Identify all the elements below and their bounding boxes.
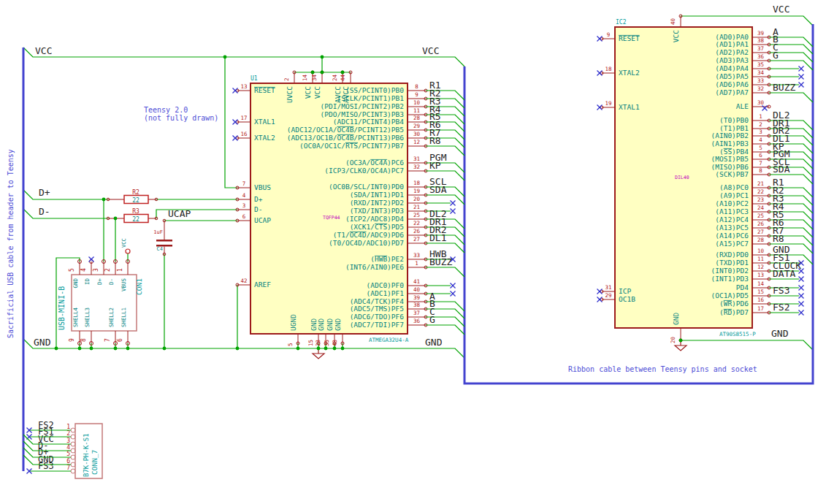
pin-name: ALE — [736, 102, 749, 110]
net-label[interactable]: VCC — [422, 45, 439, 56]
con1-value: USB-MINI-B — [58, 286, 66, 330]
pin-number: 3 — [242, 202, 246, 209]
pin-number: 37 — [757, 45, 764, 52]
resistor-r2[interactable]: R222 — [107, 189, 158, 204]
pin-number: 36 — [413, 318, 421, 324]
capacitor-value: 1uF — [153, 229, 163, 235]
pin-name: (AD1)PA1 — [715, 40, 749, 48]
net-label[interactable]: FS3 — [773, 285, 789, 296]
pin-number: 17 — [757, 305, 764, 312]
pin-number: 34 — [757, 69, 765, 76]
resistor-r3[interactable]: R322 — [107, 208, 158, 223]
wire — [681, 340, 813, 350]
pin-name: D- — [108, 278, 115, 285]
net-label[interactable]: D+ — [39, 187, 50, 198]
ic2-reference: IC2 — [616, 19, 627, 26]
pin-number: 2 — [759, 121, 762, 128]
pin-number: 26 — [413, 228, 421, 234]
ic2-symbol[interactable]: IC2AT90S8515-PDIL409RESET18XTAL219XTAL13… — [597, 15, 771, 343]
pin-name: D+ — [254, 195, 263, 203]
net-label[interactable]: FS2 — [773, 302, 789, 313]
schematic-canvas: VCCVCCGNDGNDD+D-UCAPVCCGNDU1ATMEGA32U4-A… — [0, 0, 826, 504]
pin-number: 30 — [757, 99, 765, 106]
junction-dot — [163, 347, 167, 351]
pin-number: 16 — [757, 297, 765, 303]
net-label[interactable]: BUZZ — [429, 256, 452, 267]
pin-name: XTAL1 — [254, 118, 275, 126]
net-label[interactable]: R8 — [429, 135, 441, 146]
net-label[interactable]: DL1 — [429, 232, 446, 243]
pin-number: 39 — [757, 30, 764, 37]
net-label[interactable]: GND — [425, 337, 443, 348]
no-connect-icon — [799, 302, 804, 307]
net-label[interactable]: GND — [34, 337, 51, 348]
u1-value: ATMEGA32U4-A — [369, 337, 409, 343]
net-label[interactable]: SDA — [773, 164, 790, 175]
net-label[interactable]: G — [429, 314, 435, 325]
pin-number: 2 — [66, 430, 70, 437]
no-connect-icon — [799, 66, 804, 72]
pin-number: 3 — [93, 268, 99, 272]
pin-number: 5 — [287, 343, 294, 346]
pin-number: 4 — [759, 137, 762, 143]
vcc-flag-label: VCC — [121, 238, 127, 248]
pin-name: (RXD)PD0 — [715, 251, 749, 259]
pin-name: SHELL1 — [121, 308, 127, 327]
net-label[interactable]: KP — [429, 160, 441, 171]
wire — [681, 16, 813, 26]
net-label[interactable]: BUZZ — [773, 82, 795, 93]
pin-number: 8 — [415, 83, 418, 90]
pin-number: 8 — [80, 338, 87, 342]
net-label[interactable]: UCAP — [168, 208, 191, 219]
net-label[interactable]: D- — [39, 206, 50, 217]
pin-number: 31 — [605, 284, 611, 291]
pin-name: (PDI/MOSI/PCINT2)PB2 — [321, 102, 404, 110]
net-label[interactable]: GND — [771, 328, 789, 339]
pin-number: 38 — [757, 37, 765, 44]
capacitor-reference: C4 — [157, 246, 163, 252]
pin-number: 1 — [66, 424, 70, 430]
pin-name: GND — [334, 318, 342, 331]
pin-number: 4 — [80, 268, 87, 272]
pin-end-circle — [71, 462, 75, 467]
capacitor-c4[interactable]: 1uFC4 — [153, 219, 172, 256]
pin-name: (AD5)PA5 — [715, 72, 749, 80]
pin-number: 22 — [757, 188, 764, 195]
pin-number: 10 — [757, 248, 765, 254]
pin-name: OC1B — [619, 295, 635, 303]
con1-usb-mini-b-symbol[interactable]: CON1USB-MINI-B5GND4ID3D+2D-1VBUS9SHELL48… — [58, 257, 143, 345]
pin-number: 12 — [413, 139, 420, 145]
net-label[interactable]: DATA — [773, 268, 795, 279]
net-label[interactable]: SDA — [429, 184, 447, 195]
pin-name: (AIN1)PB3 — [711, 140, 749, 148]
pin-name: (AD4)PA4 — [715, 64, 749, 72]
pin-number: 2 — [283, 77, 290, 81]
pin-name: (A8)PC0 — [719, 183, 749, 191]
pin-name: AVCC — [334, 86, 342, 103]
pin-name: (T0)PB0 — [719, 116, 749, 124]
pin-name: (TXD/INT3)PD3 — [350, 207, 404, 215]
pin-number: 9 — [415, 91, 418, 98]
u1-symbol[interactable]: U1ATMEGA32U4-ATQFP4413RESET17XTAL116XTAL… — [233, 71, 428, 346]
pin-number: 13 — [757, 272, 764, 278]
net-label[interactable]: VCC — [773, 4, 789, 15]
net-label[interactable]: FS3 — [38, 461, 54, 471]
pin-number: 6 — [242, 213, 246, 220]
net-label[interactable]: G — [773, 50, 779, 61]
pin-number: 19 — [605, 100, 611, 107]
pin-number: 28 — [413, 115, 421, 121]
pin-number: 30 — [413, 131, 421, 137]
junction-dot — [321, 71, 324, 75]
no-connect-icon — [89, 257, 94, 262]
pin-name: XTAL1 — [619, 103, 640, 111]
pin-number: 11 — [757, 256, 764, 262]
junction-dot — [324, 347, 328, 351]
pin-end-circle — [71, 428, 75, 432]
conn7-header-symbol[interactable]: B7K-PH-K-S1CONN_71FS22FS13VCC4D-5D+6GND7… — [38, 420, 102, 478]
net-label[interactable]: R8 — [773, 233, 784, 244]
pin-name: (INT1)PD3 — [711, 275, 749, 283]
net-label[interactable]: VCC — [35, 45, 52, 56]
pin-name: GND — [72, 278, 79, 289]
pin-name: (AD2)PA2 — [715, 48, 749, 56]
pin-name: XTAL2 — [254, 134, 275, 142]
